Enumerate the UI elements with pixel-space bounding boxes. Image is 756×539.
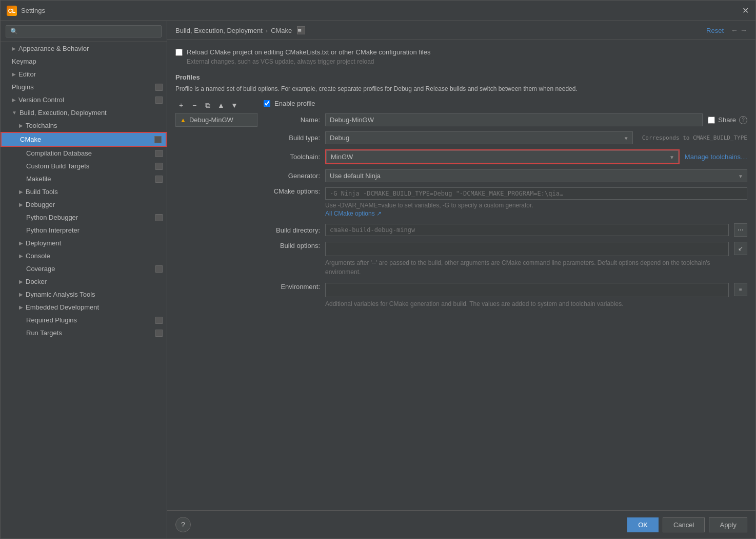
cancel-button[interactable]: Cancel (663, 517, 705, 532)
build-dir-input[interactable] (325, 224, 729, 236)
sidebar-item-coverage[interactable]: Coverage (1, 262, 167, 275)
build-type-select[interactable]: Debug Release RelWithDebInfo MinSizeRel (325, 131, 633, 144)
right-panel: Build, Execution, Deployment › CMake ≡ R… (167, 21, 755, 538)
expand-arrow: ▼ (12, 110, 17, 116)
badge-icon (155, 214, 163, 221)
name-label: Name: (264, 116, 320, 124)
panel-content: Reload CMake project on editing CMakeLis… (167, 40, 755, 510)
profiles-section: + − ⧉ ▲ ▼ ▲ Debug-MinGW (175, 100, 747, 309)
share-label: Share (718, 116, 736, 124)
cmake-options-label: CMake options: (264, 187, 320, 195)
generator-row: Generator: Use default Ninja ▼ (264, 169, 747, 182)
reload-checkbox[interactable] (175, 49, 183, 56)
expand-arrow: ▶ (19, 189, 23, 195)
sidebar-item-label: Appearance & Behavior (18, 45, 89, 52)
reload-subtext: External changes, such as VCS update, al… (175, 58, 747, 65)
reset-button[interactable]: Reset (706, 27, 724, 34)
sidebar-item-python-debugger[interactable]: Python Debugger (1, 211, 167, 224)
sidebar-item-build-execution[interactable]: ▼ Build, Execution, Deployment (1, 106, 167, 119)
environment-input[interactable] (325, 283, 729, 297)
forward-arrow[interactable]: → (740, 26, 747, 34)
expand-arrow: ▶ (19, 123, 23, 128)
sidebar-item-toolchains[interactable]: ▶ Toolchains (1, 119, 167, 132)
reload-checkbox-row: Reload CMake project on editing CMakeLis… (175, 48, 747, 56)
expand-arrow: ▶ (12, 97, 16, 103)
sidebar-item-console[interactable]: ▶ Console (1, 249, 167, 262)
sidebar-item-label: Docker (26, 278, 47, 285)
sidebar-item-label: Toolchains (26, 122, 57, 129)
sidebar-item-deployment[interactable]: ▶ Deployment (1, 237, 167, 249)
window-title: Settings (21, 7, 741, 14)
expand-arrow: ▶ (19, 279, 23, 284)
profiles-description: Profile is a named set of build options.… (175, 84, 747, 93)
sidebar-item-label: Dynamic Analysis Tools (26, 291, 95, 298)
add-profile-button[interactable]: + (175, 100, 187, 111)
build-opts-input[interactable] (325, 242, 729, 256)
share-checkbox[interactable] (708, 117, 715, 124)
help-button[interactable]: ? (175, 517, 191, 532)
sidebar-item-custom-build[interactable]: Custom Build Targets (1, 160, 167, 172)
breadcrumb-menu-icon[interactable]: ≡ (297, 26, 305, 34)
generator-select[interactable]: Use default Ninja (325, 169, 747, 182)
name-input[interactable] (325, 113, 703, 126)
sidebar-item-dynamic-analysis[interactable]: ▶ Dynamic Analysis Tools (1, 288, 167, 301)
sidebar-item-docker[interactable]: ▶ Docker (1, 275, 167, 288)
sidebar-item-debugger[interactable]: ▶ Debugger (1, 198, 167, 211)
expand-arrow: ▶ (19, 202, 23, 207)
manage-toolchains-link[interactable]: Manage toolchains… (685, 153, 747, 161)
sidebar-item-label: Required Plugins (26, 316, 77, 324)
build-opts-expand-button[interactable]: ↙ (734, 242, 747, 255)
sidebar-item-makefile[interactable]: Makefile (1, 172, 167, 185)
remove-profile-button[interactable]: − (189, 100, 200, 111)
breadcrumb-parent: Build, Execution, Deployment (175, 27, 263, 34)
sidebar-item-compilation-db[interactable]: Compilation Database (1, 147, 167, 160)
sidebar-item-appearance[interactable]: ▶ Appearance & Behavior (1, 42, 167, 55)
sidebar-item-label: Embedded Development (26, 303, 99, 311)
ok-button[interactable]: OK (627, 517, 659, 532)
sidebar-item-run-targets[interactable]: Run Targets (1, 326, 167, 339)
search-input[interactable] (6, 25, 162, 37)
nav-arrows: ← → (731, 26, 747, 34)
expand-arrow: ▶ (12, 46, 16, 51)
badge-icon (155, 150, 163, 157)
sidebar-item-keymap[interactable]: Keymap (1, 55, 167, 68)
profiles-list: + − ⧉ ▲ ▼ ▲ Debug-MinGW (175, 100, 257, 309)
sidebar-item-required-plugins[interactable]: Required Plugins (1, 314, 167, 326)
sidebar-item-plugins[interactable]: Plugins (1, 81, 167, 93)
enable-profile-checkbox[interactable] (264, 100, 270, 107)
generator-select-wrapper: Use default Ninja ▼ (325, 169, 747, 182)
enable-profile-row: Enable profile (264, 100, 747, 107)
profile-toolbar: + − ⧉ ▲ ▼ (175, 100, 257, 111)
profiles-label: Profiles (175, 73, 747, 81)
sidebar-item-embedded-dev[interactable]: ▶ Embedded Development (1, 301, 167, 314)
sidebar-item-version-control[interactable]: ▶ Version Control (1, 93, 167, 106)
sidebar-item-label: Editor (18, 70, 36, 78)
cmake-all-options-link[interactable]: All CMake options ↗ (325, 210, 747, 217)
copy-profile-button[interactable]: ⧉ (202, 100, 213, 111)
badge-icon (155, 176, 163, 183)
close-button[interactable]: ✕ (741, 7, 749, 15)
move-down-button[interactable]: ▼ (229, 100, 240, 111)
environment-label: Environment: (264, 283, 320, 291)
expand-arrow: ▶ (19, 304, 23, 310)
build-dir-label: Build directory: (264, 226, 320, 234)
apply-button[interactable]: Apply (709, 517, 747, 532)
back-arrow[interactable]: ← (731, 26, 738, 34)
build-dir-browse-button[interactable]: ⋯ (734, 223, 747, 237)
cmake-options-input[interactable] (325, 187, 747, 200)
move-up-button[interactable]: ▲ (215, 100, 227, 111)
title-bar: CL Settings ✕ (1, 1, 755, 21)
sidebar-item-cmake[interactable]: CMake (1, 132, 167, 147)
badge-icon (154, 136, 162, 143)
badge-icon (155, 163, 163, 170)
sidebar-item-python-interpreter[interactable]: Python Interpreter (1, 224, 167, 237)
environment-edit-button[interactable]: ≡ (734, 283, 747, 296)
toolchain-select[interactable]: MinGW Default (326, 150, 679, 163)
profile-item[interactable]: ▲ Debug-MinGW (175, 113, 257, 127)
sidebar-item-label: Python Interpreter (26, 226, 79, 234)
sidebar-item-build-tools[interactable]: ▶ Build Tools (1, 185, 167, 198)
sidebar-item-label: Python Debugger (26, 214, 78, 221)
sidebar-item-editor[interactable]: ▶ Editor (1, 68, 167, 81)
sidebar-item-label: Compilation Database (26, 149, 92, 157)
help-icon[interactable]: ? (739, 116, 747, 124)
